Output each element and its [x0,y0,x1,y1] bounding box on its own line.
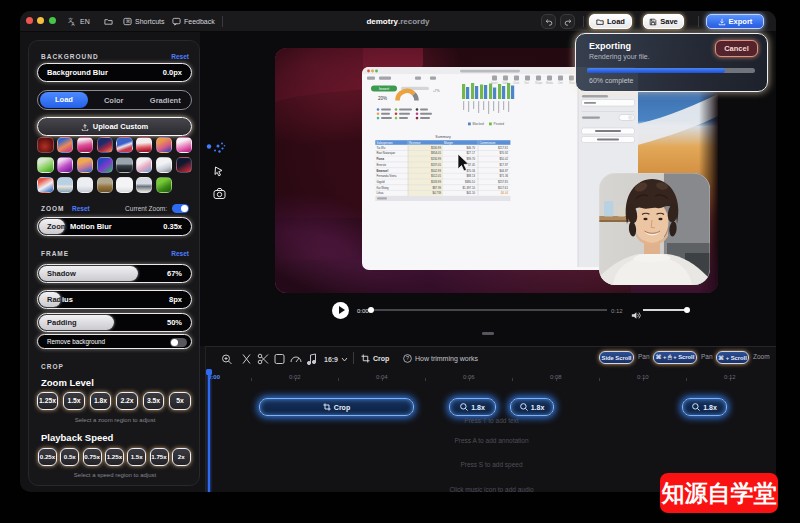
svg-text:$137.05: $137.05 [431,163,442,167]
svg-text:Fiona: Fiona [377,157,385,161]
svg-text:Emanuel: Emanuel [377,169,389,173]
svg-text:?: ? [406,355,409,361]
svg-text:$7.45: $7.45 [468,163,475,167]
svg-text:Kai Wong: Kai Wong [377,186,390,190]
svg-text:Shape: Shape [535,81,543,85]
svg-text:Insert: Insert [379,86,390,91]
svg-text:$50.02: $50.02 [499,157,508,161]
svg-text:16:9: 16:9 [324,356,338,363]
svg-text:Fernanda Vieira: Fernanda Vieira [377,174,397,178]
svg-text:20%: 20% [378,96,387,101]
svg-text:$4,739: $4,739 [432,191,441,195]
svg-text:Text: Text [524,81,529,85]
svg-text:$217.81: $217.81 [498,146,509,150]
svg-text:Cmt: Cmt [558,81,563,85]
svg-text:$1,397.10: $1,397.10 [463,186,476,190]
svg-text:Commission: Commission [480,141,496,145]
svg-text:Revenue: Revenue [409,141,421,145]
svg-text:Gigold: Gigold [377,180,386,184]
svg-text:$517.61: $517.61 [498,186,509,190]
svg-text:$512.05: $512.05 [431,174,442,178]
svg-text:$257.85: $257.85 [498,180,509,184]
svg-text:Summary: Summary [435,135,451,139]
svg-text:$70.92: $70.92 [499,151,508,155]
svg-text:Blocked: Blocked [473,122,485,126]
svg-text:$17.87: $17.87 [499,163,508,167]
svg-text:$502.99: $502.99 [431,169,442,173]
svg-text:-$4.44: -$4.44 [500,191,508,195]
svg-text:$99.70: $99.70 [466,157,475,161]
svg-text:Chart: Chart [513,81,520,85]
svg-text:Media: Media [546,81,554,85]
svg-text:$380.10: $380.10 [465,180,476,184]
svg-text:$88.13: $88.13 [466,174,475,178]
svg-text:$27.17: $27.17 [466,151,475,155]
svg-text:$954.05: $954.05 [431,151,442,155]
svg-text:$87.99: $87.99 [432,186,441,190]
svg-text:$533.99: $533.99 [431,180,442,184]
svg-text:Margin: Margin [444,141,453,145]
svg-text:Salesperson: Salesperson [377,141,393,145]
svg-text:Tia Wu: Tia Wu [377,146,386,150]
svg-text:$46.70: $46.70 [466,146,475,150]
svg-text:$530.99: $530.99 [431,146,442,150]
svg-text:$41.10: $41.10 [466,191,475,195]
svg-text:$70.34: $70.34 [466,169,475,173]
svg-text:$44.87: $44.87 [499,169,508,173]
svg-text:Pivoted: Pivoted [494,122,505,126]
svg-text:Ravi Natarajan: Ravi Natarajan [377,151,396,155]
svg-text:Lihua: Lihua [377,191,384,195]
svg-text:Ernesto: Ernesto [377,163,387,167]
svg-text:$130.99: $130.99 [431,157,442,161]
svg-text:$71.36: $71.36 [499,174,508,178]
svg-text:+7%: +7% [433,89,440,93]
